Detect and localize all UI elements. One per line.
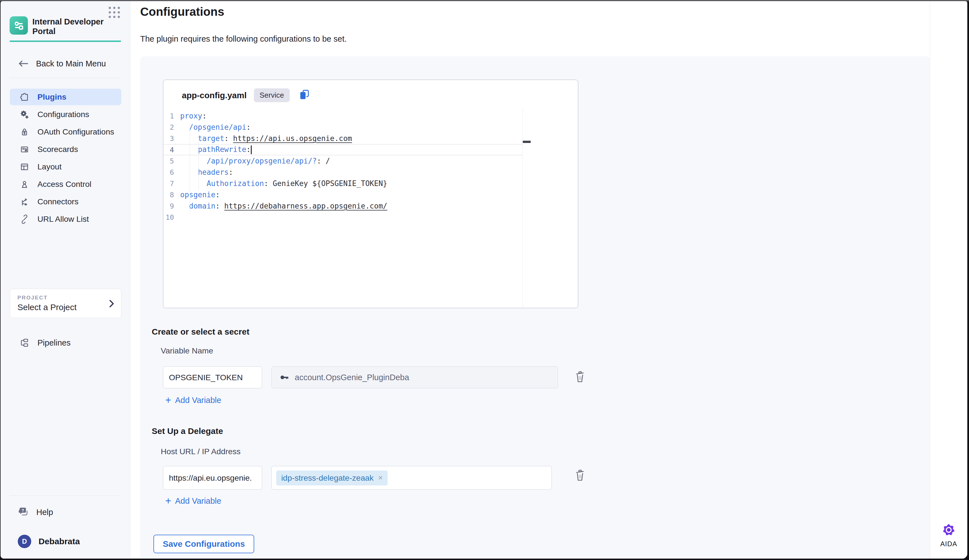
pipelines-icon	[20, 338, 30, 348]
project-selector[interactable]: PROJECT Select a Project	[10, 289, 122, 318]
branch-icon	[20, 197, 30, 207]
divider	[10, 495, 121, 496]
user-name: Debabrata	[38, 537, 80, 546]
host-url-input[interactable]	[163, 466, 262, 490]
project-value: Select a Project	[17, 302, 77, 312]
line-number: 2	[163, 123, 180, 131]
editor-filename: app-config.yaml	[182, 91, 246, 100]
add-variable-label: Add Variable	[175, 395, 221, 405]
add-variable-label: Add Variable	[175, 497, 221, 506]
code-line[interactable]: 4 pathRewrite:	[163, 144, 523, 155]
sidebar-item-configurations[interactable]: Configurations	[10, 106, 122, 123]
help-label: Help	[36, 508, 53, 517]
code-line[interactable]: 3 target: https://api.us.opsgenie.com	[163, 133, 523, 144]
page-title: Configurations	[140, 5, 225, 18]
app-grid-icon[interactable]	[109, 7, 120, 18]
right-rail: AIDA	[930, 1, 967, 558]
link-icon	[20, 214, 30, 224]
svg-text:?: ?	[22, 508, 24, 513]
sidebar-item-label: Plugins	[37, 92, 67, 101]
line-number: 9	[163, 202, 180, 210]
service-badge: Service	[254, 88, 290, 102]
line-number: 5	[163, 157, 180, 165]
code-line[interactable]: 6 headers:	[163, 166, 523, 178]
add-variable-button-delegate[interactable]: + Add Variable	[165, 496, 221, 506]
sidebar-item-label: Access Control	[37, 179, 92, 189]
variable-name-input[interactable]	[163, 366, 262, 388]
save-configurations-button[interactable]: Save Configurations	[153, 535, 254, 553]
indent-guide	[198, 134, 199, 190]
sidebar-item-label: Layout	[37, 162, 62, 171]
code-line[interactable]: 2 /opsgenie/api:	[163, 121, 523, 133]
editor-scrollbar-thumb[interactable]	[523, 141, 531, 143]
sidebar-nav: PluginsConfigurationsOAuth Configuration…	[10, 89, 122, 228]
variable-name-label: Variable Name	[161, 346, 213, 356]
delegate-tags-field[interactable]: idp-stress-delegate-zeaak ×	[271, 466, 552, 490]
copy-icon[interactable]	[299, 89, 310, 101]
editor-scrollbar-track[interactable]	[523, 109, 523, 308]
secret-section-heading: Create or select a secret	[152, 327, 250, 337]
sidebar-item-plugins[interactable]: Plugins	[10, 89, 122, 105]
delegate-section-heading: Set Up a Delegate	[152, 426, 223, 436]
sidebar-item-oauth-configurations[interactable]: OAuth Configurations	[10, 123, 122, 140]
remove-tag-icon[interactable]: ×	[378, 474, 383, 482]
sidebar-item-label: URL Allow List	[37, 214, 89, 224]
lock-icon	[20, 127, 30, 137]
code-text: headers:	[180, 168, 233, 176]
person-icon	[20, 179, 30, 189]
code-line[interactable]: 9 domain: https://debaharness.app.opsgen…	[163, 200, 523, 212]
sidebar-item-help[interactable]: ? Help	[10, 504, 122, 520]
aida-assistant-button[interactable]: AIDA	[930, 523, 967, 548]
sidebar-item-url-allow-list[interactable]: URL Allow List	[10, 211, 122, 228]
user-menu[interactable]: D Debabrata	[10, 532, 122, 550]
project-eyebrow: PROJECT	[17, 295, 48, 301]
sidebar-item-label: Configurations	[37, 110, 89, 119]
sidebar-item-pipelines[interactable]: Pipelines	[10, 335, 122, 351]
code-line[interactable]: 5 /api/proxy/opsgenie/api/?: /	[163, 155, 523, 166]
secret-reference-field[interactable]: account.OpsGenie_PluginDeba	[271, 366, 558, 388]
plus-icon: +	[165, 496, 171, 506]
sidebar-item-layout[interactable]: Layout	[10, 158, 122, 175]
code-text: pathRewrite:	[180, 145, 252, 154]
sidebar-item-connectors[interactable]: Connectors	[10, 193, 122, 210]
code-text: /opsgenie/api:	[180, 123, 251, 131]
code-text: /api/proxy/opsgenie/api/?: /	[180, 157, 330, 165]
code-text: target: https://api.us.opsgenie.com	[180, 134, 352, 143]
gears-icon	[20, 110, 30, 120]
sidebar-item-label: OAuth Configurations	[37, 127, 114, 136]
back-label: Back to Main Menu	[36, 59, 106, 68]
divider	[10, 78, 121, 78]
code-editor-content[interactable]: 1proxy:2 /opsgenie/api:3 target: https:/…	[163, 109, 578, 308]
yaml-editor: app-config.yaml Service 1proxy:2 /opsgen…	[163, 80, 578, 308]
line-number: 3	[163, 135, 180, 143]
configurations-panel: app-config.yaml Service 1proxy:2 /opsgen…	[140, 56, 930, 558]
code-line[interactable]: 7 Authorization: GenieKey ${OPSGENIE_TOK…	[163, 178, 523, 189]
brand: Internal Developer Portal	[10, 16, 122, 36]
sidebar-item-label: Scorecards	[37, 145, 78, 154]
scorecard-icon	[20, 145, 30, 155]
brand-accent-rule	[10, 40, 121, 42]
puzzle-icon	[20, 92, 30, 102]
avatar: D	[17, 533, 32, 549]
delete-delegate-icon[interactable]	[574, 469, 586, 482]
code-text: domain: https://debaharness.app.opsgenie…	[180, 202, 387, 210]
code-line[interactable]: 10	[163, 212, 523, 223]
sidebar-item-access-control[interactable]: Access Control	[10, 176, 122, 193]
app-window: Internal Developer Portal Back to Main M…	[0, 1, 967, 558]
line-number: 1	[163, 112, 180, 120]
back-to-main-menu[interactable]: Back to Main Menu	[10, 56, 121, 71]
chevron-right-icon	[108, 299, 115, 308]
page-description: The plugin requires the following config…	[140, 34, 347, 43]
line-number: 6	[163, 168, 180, 176]
sidebar-item-scorecards[interactable]: Scorecards	[10, 141, 122, 158]
layout-icon	[20, 162, 30, 172]
delegate-tag-chip[interactable]: idp-stress-delegate-zeaak ×	[276, 470, 388, 485]
code-line[interactable]: 8opsgenie:	[163, 189, 523, 200]
delete-variable-icon[interactable]	[574, 371, 586, 384]
app-title: Internal Developer Portal	[32, 16, 103, 36]
add-variable-button-secret[interactable]: + Add Variable	[165, 395, 221, 405]
sidebar-item-label: Connectors	[37, 197, 78, 206]
code-line[interactable]: 1proxy:	[163, 110, 523, 121]
line-number: 8	[163, 191, 180, 199]
secret-reference-value: account.OpsGenie_PluginDeba	[295, 373, 409, 382]
